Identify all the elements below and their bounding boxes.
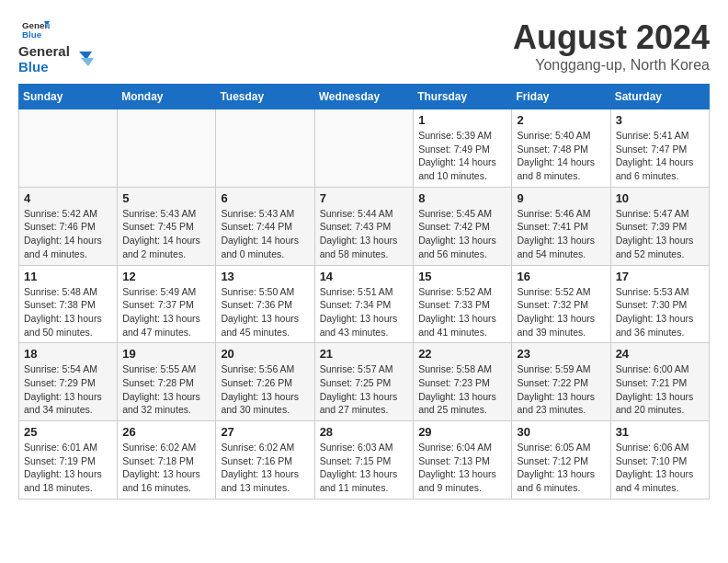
day-info: Sunrise: 5:54 AMSunset: 7:29 PMDaylight:… (24, 362, 112, 417)
day-number: 29 (418, 425, 506, 439)
calendar-cell (216, 109, 314, 188)
day-info: Sunrise: 5:43 AMSunset: 7:45 PMDaylight:… (122, 207, 210, 261)
day-number: 2 (517, 113, 605, 127)
day-number: 21 (320, 347, 409, 361)
day-number: 12 (122, 270, 210, 283)
day-info: Sunrise: 5:47 AMSunset: 7:39 PMDaylight:… (616, 207, 704, 261)
day-number: 5 (122, 191, 210, 205)
calendar-cell: 13Sunrise: 5:50 AMSunset: 7:36 PMDayligh… (216, 265, 314, 343)
day-number: 1 (418, 113, 506, 127)
day-info: Sunrise: 5:58 AMSunset: 7:23 PMDaylight:… (418, 362, 506, 417)
day-number: 6 (221, 191, 309, 205)
day-info: Sunrise: 5:57 AMSunset: 7:25 PMDaylight:… (320, 362, 409, 417)
calendar-week-row: 25Sunrise: 6:01 AMSunset: 7:19 PMDayligh… (19, 421, 710, 500)
calendar-cell: 2Sunrise: 5:40 AMSunset: 7:48 PMDaylight… (512, 109, 610, 188)
calendar-cell: 14Sunrise: 5:51 AMSunset: 7:34 PMDayligh… (314, 265, 414, 343)
calendar-cell: 21Sunrise: 5:57 AMSunset: 7:25 PMDayligh… (314, 343, 414, 421)
day-info: Sunrise: 5:39 AMSunset: 7:49 PMDaylight:… (418, 129, 506, 183)
calendar-cell: 5Sunrise: 5:43 AMSunset: 7:45 PMDaylight… (118, 187, 216, 265)
calendar-cell (19, 109, 118, 188)
day-info: Sunrise: 6:02 AMSunset: 7:18 PMDaylight:… (122, 441, 210, 495)
day-info: Sunrise: 5:46 AMSunset: 7:41 PMDaylight:… (517, 207, 605, 261)
calendar-cell: 17Sunrise: 5:53 AMSunset: 7:30 PMDayligh… (610, 265, 709, 343)
day-number: 11 (24, 270, 112, 283)
weekday-header-monday: Monday (118, 85, 216, 109)
day-number: 15 (418, 270, 506, 283)
day-number: 17 (616, 270, 704, 283)
day-info: Sunrise: 6:03 AMSunset: 7:15 PMDaylight:… (320, 441, 409, 495)
day-number: 3 (616, 113, 704, 127)
day-info: Sunrise: 5:52 AMSunset: 7:32 PMDaylight:… (517, 285, 605, 339)
day-info: Sunrise: 6:05 AMSunset: 7:12 PMDaylight:… (517, 441, 605, 495)
day-number: 26 (122, 425, 210, 439)
day-number: 4 (24, 191, 112, 205)
calendar-cell: 24Sunrise: 6:00 AMSunset: 7:21 PMDayligh… (610, 343, 709, 421)
calendar-cell: 15Sunrise: 5:52 AMSunset: 7:33 PMDayligh… (414, 265, 512, 343)
calendar-cell: 25Sunrise: 6:01 AMSunset: 7:19 PMDayligh… (19, 421, 118, 500)
day-number: 20 (221, 347, 309, 361)
logo: General Blue General Blue (18, 18, 94, 75)
day-number: 14 (320, 270, 409, 283)
day-info: Sunrise: 6:01 AMSunset: 7:19 PMDaylight:… (24, 441, 112, 495)
calendar-cell: 8Sunrise: 5:45 AMSunset: 7:42 PMDaylight… (414, 187, 512, 265)
day-info: Sunrise: 5:43 AMSunset: 7:44 PMDaylight:… (221, 207, 309, 261)
calendar-week-row: 18Sunrise: 5:54 AMSunset: 7:29 PMDayligh… (19, 343, 710, 421)
calendar-cell: 12Sunrise: 5:49 AMSunset: 7:37 PMDayligh… (118, 265, 216, 343)
calendar-cell: 31Sunrise: 6:06 AMSunset: 7:10 PMDayligh… (610, 421, 709, 500)
calendar-cell: 9Sunrise: 5:46 AMSunset: 7:41 PMDaylight… (512, 187, 610, 265)
day-info: Sunrise: 6:00 AMSunset: 7:21 PMDaylight:… (616, 362, 704, 417)
calendar-cell (118, 109, 216, 188)
logo-icon: General Blue (22, 18, 50, 40)
calendar-cell: 27Sunrise: 6:02 AMSunset: 7:16 PMDayligh… (216, 421, 314, 500)
calendar-week-row: 1Sunrise: 5:39 AMSunset: 7:49 PMDaylight… (19, 109, 710, 188)
day-number: 25 (24, 425, 112, 439)
day-info: Sunrise: 5:45 AMSunset: 7:42 PMDaylight:… (418, 207, 506, 261)
day-info: Sunrise: 6:04 AMSunset: 7:13 PMDaylight:… (418, 441, 506, 495)
calendar-cell: 22Sunrise: 5:58 AMSunset: 7:23 PMDayligh… (414, 343, 512, 421)
calendar-cell: 20Sunrise: 5:56 AMSunset: 7:26 PMDayligh… (216, 343, 314, 421)
day-info: Sunrise: 5:42 AMSunset: 7:46 PMDaylight:… (24, 207, 112, 261)
title-section: August 2024 Yonggang-up, North Korea (513, 18, 710, 74)
calendar-cell: 19Sunrise: 5:55 AMSunset: 7:28 PMDayligh… (118, 343, 216, 421)
day-info: Sunrise: 5:56 AMSunset: 7:26 PMDaylight:… (221, 362, 309, 417)
day-info: Sunrise: 5:50 AMSunset: 7:36 PMDaylight:… (221, 285, 309, 339)
day-number: 27 (221, 425, 309, 439)
day-number: 31 (616, 425, 704, 439)
day-info: Sunrise: 5:51 AMSunset: 7:34 PMDaylight:… (320, 285, 409, 339)
day-number: 30 (517, 425, 605, 439)
day-number: 23 (517, 347, 605, 361)
calendar-header: SundayMondayTuesdayWednesdayThursdayFrid… (19, 85, 710, 109)
calendar-week-row: 4Sunrise: 5:42 AMSunset: 7:46 PMDaylight… (19, 187, 710, 265)
weekday-header-tuesday: Tuesday (216, 85, 314, 109)
day-number: 8 (418, 191, 506, 205)
day-info: Sunrise: 6:02 AMSunset: 7:16 PMDaylight:… (221, 441, 309, 495)
day-number: 10 (616, 191, 704, 205)
weekday-header-thursday: Thursday (414, 85, 512, 109)
weekday-header-row: SundayMondayTuesdayWednesdayThursdayFrid… (19, 85, 710, 109)
logo-blue: Blue (18, 60, 70, 75)
calendar-cell: 11Sunrise: 5:48 AMSunset: 7:38 PMDayligh… (19, 265, 118, 343)
day-info: Sunrise: 5:53 AMSunset: 7:30 PMDaylight:… (616, 285, 704, 339)
day-info: Sunrise: 6:06 AMSunset: 7:10 PMDaylight:… (616, 441, 704, 495)
day-info: Sunrise: 5:59 AMSunset: 7:22 PMDaylight:… (517, 362, 605, 417)
day-number: 9 (517, 191, 605, 205)
month-title: August 2024 (513, 18, 710, 57)
day-number: 18 (24, 347, 112, 361)
day-number: 28 (320, 425, 409, 439)
calendar-cell: 23Sunrise: 5:59 AMSunset: 7:22 PMDayligh… (512, 343, 610, 421)
day-number: 24 (616, 347, 704, 361)
day-number: 13 (221, 270, 309, 283)
calendar-cell: 10Sunrise: 5:47 AMSunset: 7:39 PMDayligh… (610, 187, 709, 265)
calendar-cell: 26Sunrise: 6:02 AMSunset: 7:18 PMDayligh… (118, 421, 216, 500)
calendar-cell: 3Sunrise: 5:41 AMSunset: 7:47 PMDaylight… (610, 109, 709, 188)
calendar-cell: 1Sunrise: 5:39 AMSunset: 7:49 PMDaylight… (414, 109, 512, 188)
day-info: Sunrise: 5:48 AMSunset: 7:38 PMDaylight:… (24, 285, 112, 339)
day-info: Sunrise: 5:44 AMSunset: 7:43 PMDaylight:… (320, 207, 409, 261)
day-number: 19 (122, 347, 210, 361)
calendar-body: 1Sunrise: 5:39 AMSunset: 7:49 PMDaylight… (19, 109, 710, 500)
calendar-cell: 4Sunrise: 5:42 AMSunset: 7:46 PMDaylight… (19, 187, 118, 265)
day-info: Sunrise: 5:52 AMSunset: 7:33 PMDaylight:… (418, 285, 506, 339)
calendar-week-row: 11Sunrise: 5:48 AMSunset: 7:38 PMDayligh… (19, 265, 710, 343)
calendar-cell: 28Sunrise: 6:03 AMSunset: 7:15 PMDayligh… (314, 421, 414, 500)
logo-arrow-icon (74, 50, 94, 70)
